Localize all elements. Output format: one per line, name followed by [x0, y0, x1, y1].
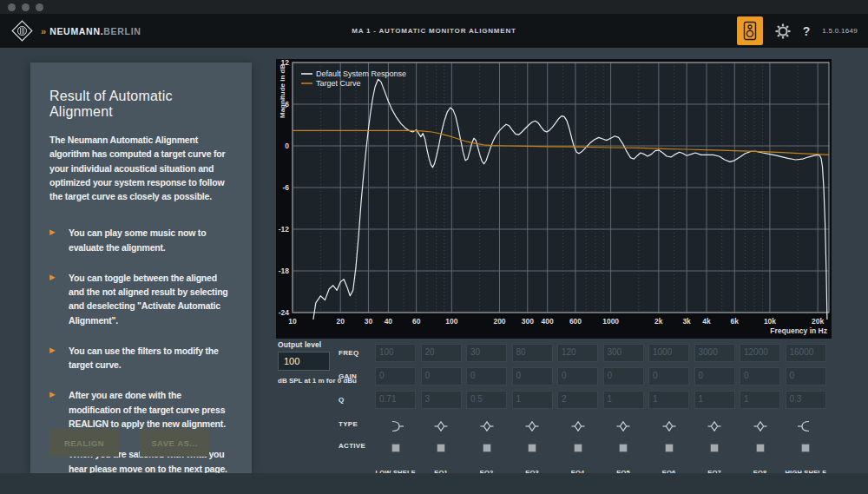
bullet-text: After you are done with the modification… [69, 388, 233, 431]
eq-q-field[interactable]: 3 [421, 391, 462, 409]
eq-active-checkbox[interactable] [483, 444, 491, 452]
eq-gain-field[interactable]: 0 [466, 367, 507, 385]
eq-active-checkbox[interactable] [756, 444, 765, 452]
window-minimize-button[interactable] [22, 3, 30, 11]
footer-strip [0, 473, 868, 494]
x-tick-label: 60 [412, 317, 421, 326]
legend-label-0: Default System Response [316, 69, 406, 78]
bullet-arrow-icon: ▶ [49, 271, 69, 327]
eq-row-labels: FREQ GAIN Q TYPE ACTIVE [339, 344, 373, 452]
x-tick-label: 10 [288, 317, 297, 326]
eq-q-field[interactable]: 0.3 [786, 391, 826, 409]
eq-freq-field[interactable]: 80 [512, 344, 553, 362]
eq-gain-field[interactable]: 0 [740, 367, 780, 385]
x-tick-label: 20k [812, 317, 824, 326]
bullet-text: You can toggle between the aligned and t… [69, 271, 233, 327]
eq-freq-field[interactable]: 3000 [694, 344, 735, 362]
x-tick-label: 1000 [602, 317, 619, 326]
speaker-button[interactable] [737, 16, 763, 45]
x-tick-label: 100 [445, 317, 457, 326]
eq-freq-field[interactable]: 100 [375, 344, 416, 362]
eq-q-field[interactable]: 0.71 [375, 391, 416, 409]
bullet-arrow-icon: ▶ [49, 388, 69, 431]
eq-type-selector[interactable] [375, 416, 416, 437]
eq-freq-field[interactable]: 300 [603, 344, 644, 362]
x-tick-label: 200 [493, 317, 505, 326]
eq-column-eq4: 12002EQ4 [557, 344, 598, 477]
y-tick-label: -12 [279, 225, 290, 234]
eq-q-field[interactable]: 1 [512, 391, 553, 409]
eq-q-field[interactable]: 1 [694, 391, 735, 409]
low-shelf-filter-icon [387, 418, 404, 434]
eq-type-selector[interactable] [603, 416, 644, 437]
bell-filter-icon [706, 418, 723, 434]
x-tick-label: 600 [569, 317, 582, 326]
eq-freq-field[interactable]: 30 [466, 344, 507, 362]
eq-freq-field[interactable]: 20 [421, 344, 462, 362]
eq-gain-field[interactable]: 0 [786, 367, 826, 385]
eq-column-high-shelf: 1600000.3HIGH SHELF [786, 344, 826, 477]
x-tick-label: 10k [764, 317, 776, 326]
eq-type-selector[interactable] [786, 416, 826, 437]
panel-intro-text: The Neumann Automatic Alignment algorith… [49, 133, 235, 203]
window-titlebar [0, 0, 868, 14]
eq-type-selector[interactable] [694, 416, 735, 437]
eq-active-checkbox[interactable] [528, 444, 536, 452]
output-level-input[interactable] [278, 352, 330, 371]
bullet-item: ▶You can toggle between the aligned and … [49, 271, 233, 327]
y-tick-label: -6 [282, 183, 289, 192]
eq-type-selector[interactable] [421, 416, 462, 437]
eq-active-checkbox[interactable] [437, 444, 445, 452]
eq-type-selector[interactable] [512, 416, 553, 437]
eq-freq-field[interactable]: 12000 [740, 344, 780, 362]
eq-gain-field[interactable]: 0 [512, 367, 553, 385]
realign-button[interactable]: REALIGN [49, 429, 119, 457]
eq-type-selector[interactable] [557, 416, 598, 437]
eq-type-selector[interactable] [648, 416, 689, 437]
eq-active-checkbox[interactable] [710, 444, 719, 452]
x-tick-label: 2k [654, 317, 663, 326]
eq-q-field[interactable]: 2 [557, 391, 598, 409]
gear-icon[interactable] [775, 23, 791, 39]
bullet-item: ▶You can play some music now to evaluate… [49, 226, 233, 254]
eq-type-selector[interactable] [466, 416, 507, 437]
y-tick-label: 0 [285, 142, 289, 150]
eq-active-checkbox[interactable] [574, 444, 582, 452]
eq-freq-field[interactable]: 120 [557, 344, 598, 362]
eq-active-checkbox[interactable] [619, 444, 628, 452]
eq-type-selector[interactable] [740, 416, 780, 437]
eq-gain-field[interactable]: 0 [557, 367, 598, 385]
eq-active-checkbox[interactable] [391, 444, 400, 452]
bullet-arrow-icon: ▶ [49, 344, 69, 372]
eq-freq-field[interactable]: 16000 [786, 344, 826, 362]
eq-gain-field[interactable]: 0 [375, 367, 416, 385]
eq-gain-field[interactable]: 0 [603, 367, 644, 385]
eq-column-eq3: 8001EQ3 [512, 344, 553, 477]
eq-gain-field[interactable]: 0 [694, 367, 735, 385]
speaker-icon [743, 21, 757, 41]
bullet-arrow-icon: ▶ [49, 226, 69, 254]
eq-q-field[interactable]: 0.5 [466, 391, 507, 409]
eq-q-field[interactable]: 1 [648, 391, 689, 409]
eq-q-field[interactable]: 1 [740, 391, 780, 409]
eq-q-field[interactable]: 1 [603, 391, 644, 409]
bullet-text: You can use the filters to modify the ta… [69, 344, 233, 372]
eq-column-eq7: 300001EQ7 [694, 344, 735, 477]
x-tick-label: 300 [522, 317, 534, 326]
save-as-button[interactable]: SAVE AS... [140, 429, 209, 457]
window-zoom-button[interactable] [36, 3, 43, 11]
eq-gain-field[interactable]: 0 [421, 367, 462, 385]
help-button[interactable]: ? [803, 24, 811, 38]
x-tick-label: 20 [336, 317, 345, 326]
eq-gain-field[interactable]: 0 [648, 367, 689, 385]
eq-freq-field[interactable]: 1000 [648, 344, 689, 362]
bell-filter-icon [523, 418, 541, 434]
eq-active-checkbox[interactable] [665, 444, 674, 452]
eq-column-eq2: 3000.5EQ2 [466, 344, 507, 477]
eq-active-checkbox[interactable] [801, 444, 810, 452]
x-tick-label: 6k [731, 317, 740, 326]
eq-column-eq6: 100001EQ6 [648, 344, 689, 477]
legend-label-1: Target Curve [316, 79, 361, 88]
window-close-button[interactable] [8, 3, 16, 11]
result-panel: Result of Automatic Alignment The Neuman… [30, 63, 252, 473]
